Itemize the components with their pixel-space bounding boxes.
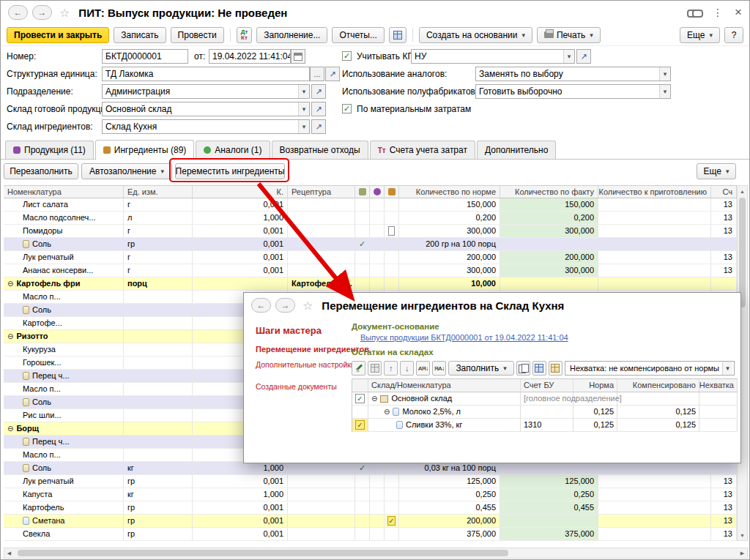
- column-header[interactable]: Номенклатура: [4, 186, 124, 198]
- favorite-star-icon[interactable]: ☆: [59, 6, 70, 20]
- scrollbar-thumb[interactable]: [739, 198, 746, 307]
- table-row[interactable]: Масло подсолнеч...л1,0000,2000,20013: [4, 212, 737, 225]
- kpn-checkbox[interactable]: ✓: [342, 51, 352, 61]
- row-checkbox[interactable]: ✓: [355, 394, 365, 403]
- refill-button[interactable]: Перезаполнить: [4, 163, 78, 179]
- table-row[interactable]: Картофельгр0,0010,4550,45513: [4, 501, 737, 515]
- column-header[interactable]: Рецептура: [288, 186, 355, 198]
- tab-cost-accounts[interactable]: ТтСчета учета затрат: [370, 141, 475, 159]
- column-header[interactable]: Норма: [573, 379, 617, 392]
- collapse-icon[interactable]: ⊖: [7, 330, 13, 343]
- stock-row[interactable]: ✓Сливки 33%, кг13100,1250,125: [352, 419, 738, 432]
- tab-returnable-waste[interactable]: Возвратные отходы: [272, 141, 368, 159]
- column-header[interactable]: Количество по норме: [399, 186, 500, 198]
- tab-ingredients[interactable]: Ингредиенты (89): [95, 140, 195, 160]
- scroll-right-icon[interactable]: ▶: [738, 548, 747, 559]
- open-warehouse-button[interactable]: ↗: [311, 102, 326, 116]
- move-ingredients-button[interactable]: Переместить ингредиенты: [175, 163, 285, 179]
- open-kpn-button[interactable]: ↗: [576, 49, 591, 64]
- table-row[interactable]: Капустакг1,0000,2500,25013: [4, 488, 737, 501]
- scroll-down-icon[interactable]: ▼: [738, 530, 747, 540]
- more-button[interactable]: Еще▾: [680, 27, 720, 43]
- column-header[interactable]: [370, 186, 385, 198]
- edit-button[interactable]: [352, 361, 365, 376]
- autofill-button[interactable]: Автозаполнение▾: [81, 163, 172, 179]
- semiproducts-usage-field[interactable]: Готовить выборочно▾: [475, 84, 671, 99]
- more-button-ingredients[interactable]: Еще▾: [697, 163, 736, 179]
- open-ingredients-warehouse-button[interactable]: ↗: [311, 119, 326, 134]
- collapse-icon[interactable]: ⊖: [384, 406, 390, 418]
- analogs-usage-field[interactable]: Заменять по выбору▾: [475, 67, 671, 81]
- ingredients-warehouse-field[interactable]: Склад Кухня▾: [102, 119, 310, 134]
- material-costs-checkbox[interactable]: ✓: [342, 104, 352, 113]
- sort-ascending-button[interactable]: АЯ↓: [416, 361, 430, 376]
- scroll-left-icon[interactable]: ◀: [4, 548, 14, 559]
- column-header[interactable]: Ед. изм.: [124, 186, 193, 198]
- table-settings-button[interactable]: [549, 361, 562, 376]
- more-menu-icon[interactable]: ⋮: [713, 7, 723, 18]
- column-header[interactable]: Склад/Номенклатура: [368, 379, 521, 392]
- base-document-link[interactable]: Выпуск продукции БКТД0000001 от 19.04.20…: [360, 333, 568, 342]
- column-header[interactable]: [352, 379, 368, 392]
- collapse-icon[interactable]: ⊖: [7, 422, 13, 435]
- shortage-filter-select[interactable]: Нехватка: не компенсировано от нормы▾: [565, 361, 735, 376]
- tab-products[interactable]: Продукция (11): [5, 141, 94, 159]
- table-row[interactable]: Лук репчатыйг0,001200,000200,00013: [4, 251, 737, 264]
- sort-descending-button[interactable]: ЯА↓: [432, 361, 446, 376]
- table-row[interactable]: Свеклагр0,001375,000375,00013: [4, 528, 737, 541]
- kpn-field[interactable]: НУ▾: [411, 49, 575, 64]
- back-button[interactable]: ←: [251, 298, 271, 313]
- reports-button[interactable]: Отчеты...: [332, 27, 384, 43]
- collapse-icon[interactable]: ⊖: [371, 392, 377, 405]
- create-based-on-button[interactable]: Создать на основании▾: [419, 27, 532, 43]
- table-row[interactable]: Помидорыг0,001300,000300,00013: [4, 225, 737, 238]
- division-field[interactable]: Администрация▾: [102, 84, 310, 99]
- column-header[interactable]: [385, 186, 399, 198]
- number-field[interactable]: БКТД0000001: [102, 49, 188, 64]
- scroll-up-icon[interactable]: ▲: [738, 186, 747, 196]
- table-row[interactable]: Лук репчатыйгр0,001125,000125,00013: [4, 475, 737, 488]
- copy-button[interactable]: [516, 361, 530, 376]
- set-mode-button[interactable]: [368, 361, 382, 376]
- post-button[interactable]: Провести: [171, 27, 224, 43]
- column-header[interactable]: [355, 186, 370, 198]
- column-header[interactable]: Количество по факту: [500, 186, 598, 198]
- back-button[interactable]: ←: [8, 5, 28, 20]
- column-header[interactable]: Нехватка: [699, 379, 738, 392]
- tab-additional[interactable]: Дополнительно: [477, 141, 556, 159]
- move-up-button[interactable]: ↑: [384, 361, 398, 376]
- stock-row[interactable]: ✓⊖Основной склад[головное подразделение]: [352, 392, 738, 406]
- row-checkbox[interactable]: ✓: [387, 516, 395, 526]
- post-and-close-button[interactable]: Провести и закрыть: [7, 27, 109, 43]
- wizard-step[interactable]: Перемещение ингредиентов: [256, 345, 347, 354]
- row-checkbox[interactable]: ✓: [355, 420, 365, 430]
- dt-kt-button[interactable]: ДтКт: [237, 27, 253, 43]
- date-field[interactable]: 19.04.2022 11:41:04: [209, 49, 291, 64]
- table-row[interactable]: Солькг1,000✓0,03 кг на 100 порц: [4, 462, 737, 475]
- open-structural-unit-button[interactable]: ↗: [325, 67, 340, 81]
- table-row[interactable]: ⊖Картофель фрипорцКартофель ф...10,000: [4, 277, 737, 291]
- scrollbar-thumb[interactable]: [18, 550, 508, 556]
- collapse-icon[interactable]: ⊖: [7, 277, 13, 290]
- structural-unit-field[interactable]: ТД Лакомка: [102, 67, 310, 81]
- finished-goods-warehouse-field[interactable]: Основной склад▾: [102, 102, 310, 116]
- forward-button[interactable]: →: [32, 5, 52, 20]
- table-row[interactable]: Сметанагр0,001✓200,00013: [4, 515, 737, 528]
- horizontal-scrollbar[interactable]: ◀ ▶: [4, 548, 748, 559]
- stock-row[interactable]: ⊖Молоко 2,5%, л0,1250,125: [352, 406, 738, 419]
- get-link-icon[interactable]: [687, 8, 701, 17]
- table-row[interactable]: Ананас консерви...г0,001300,000300,00013: [4, 264, 737, 277]
- column-header[interactable]: Сч: [711, 186, 737, 198]
- move-down-button[interactable]: ↓: [400, 361, 414, 376]
- column-header[interactable]: Количество к приготовлению: [598, 186, 711, 198]
- tab-analogs[interactable]: Аналоги (1): [196, 141, 270, 159]
- choose-button[interactable]: ...: [310, 67, 324, 81]
- wizard-step[interactable]: Дополнительные настройки: [256, 360, 347, 369]
- wizard-step[interactable]: Созданные документы: [256, 382, 347, 391]
- open-division-button[interactable]: ↗: [311, 84, 326, 99]
- column-header[interactable]: Счет БУ: [521, 379, 573, 392]
- close-icon[interactable]: ×: [735, 5, 742, 20]
- help-button[interactable]: ?: [724, 27, 743, 43]
- fill-menu-button[interactable]: Заполнение...: [256, 27, 327, 43]
- favorite-star-icon[interactable]: ☆: [302, 299, 313, 313]
